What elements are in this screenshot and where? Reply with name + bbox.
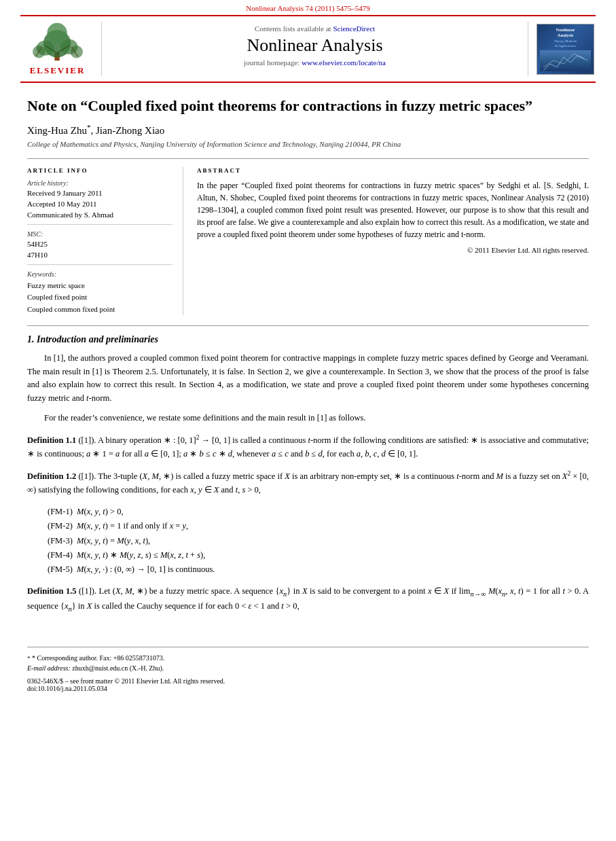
footer-doi: doi:10.1016/j.na.2011.05.034: [27, 685, 589, 692]
received-date: Received 9 January 2011: [27, 189, 173, 197]
history-label: Article history:: [27, 179, 173, 187]
def11-ref: ([1]).: [78, 435, 96, 445]
footnote-corresponding: * Corresponding author. Fax: +86 0255873…: [32, 654, 164, 662]
citation-text: Nonlinear Analysis 74 (2011) 5475–5479: [246, 4, 369, 12]
homepage-url[interactable]: www.elsevier.com/locate/na: [302, 58, 386, 67]
in-section-text: In Section: [248, 367, 283, 376]
author2: Jian-Zhong Xiao: [96, 125, 164, 136]
def12-text: The 3-tuple (X, M, ∗) is called a fuzzy …: [27, 471, 589, 494]
elsevier-logo: ELSEVIER: [20, 22, 102, 76]
fm-conditions: (FM-1) M(x, y, t) > 0, (FM-2) M(x, y, t)…: [48, 505, 589, 577]
star-symbol: *: [27, 655, 31, 662]
fm2: (FM-2) M(x, y, t) = 1 if and only if x =…: [48, 519, 589, 533]
elsevier-brand-text: ELSEVIER: [30, 65, 86, 76]
citation-bar: Nonlinear Analysis 74 (2011) 5475–5479: [0, 0, 616, 15]
email-value: zhuxh@nuist.edu.cn (X.-H. Zhu).: [72, 664, 164, 672]
fm5: (FM-5) M(x, y, ·) : (0, ∞) → [0, 1] is c…: [48, 562, 589, 577]
definition-1-5: Definition 1.5 ([1]). Let (X, M, ∗) be a…: [27, 585, 589, 614]
footer-bottom: 0362-546X/$ – see front matter © 2011 El…: [0, 673, 616, 692]
keywords-list: Fuzzy metric space Coupled fixed point C…: [27, 280, 173, 316]
footer-license: 0362-546X/$ – see front matter © 2011 El…: [27, 677, 589, 685]
fm1: (FM-1) M(x, y, t) > 0,: [48, 505, 589, 519]
journal-header: ELSEVIER Contents lists available at Sci…: [20, 15, 596, 83]
keyword1: Fuzzy metric space: [27, 280, 173, 292]
cover-title: NonlinearAnalysis: [556, 27, 575, 39]
article-title: Note on “Coupled fixed point theorems fo…: [27, 96, 589, 116]
keyword2: Coupled fixed point: [27, 291, 173, 304]
section1-para1: In [1], the authors proved a coupled com…: [27, 352, 589, 405]
cover-image: NonlinearAnalysis Theory, Methods& Appli…: [537, 24, 594, 75]
abstract-title: ABSTRACT: [197, 167, 589, 174]
accepted-date: Accepted 10 May 2011: [27, 200, 173, 208]
def15-ref: ([1]).: [79, 586, 96, 596]
def15-text: Let (X, M, ∗) be a fuzzy metric space. A…: [27, 586, 589, 611]
copyright-line: © 2011 Elsevier Ltd. All rights reserved…: [197, 246, 589, 254]
author1: Xing-Hua Zhu: [27, 125, 87, 136]
section-divider: [27, 325, 589, 326]
two-col-section: ARTICLE INFO Article history: Received 9…: [27, 158, 589, 316]
page-container: Nonlinear Analysis 74 (2011) 5475–5479: [0, 0, 616, 841]
footer-divider: [27, 647, 589, 647]
homepage-prefix: journal homepage:: [244, 58, 302, 67]
footnote-star-line: * * Corresponding author. Fax: +86 02558…: [27, 653, 589, 664]
affiliation: College of Mathematics and Physics, Nanj…: [27, 140, 589, 148]
section1-para2: For the reader’s convenience, we restate…: [27, 412, 589, 425]
msc-label: MSC:: [27, 230, 173, 238]
footnote-email: E-mail address: zhuxh@nuist.edu.cn (X.-H…: [27, 663, 589, 673]
elsevier-tree-icon: [31, 22, 85, 62]
def11-text: A binary operation ∗ : [0, 1]2 → [0, 1] …: [27, 435, 589, 458]
def12-label: Definition 1.2: [27, 471, 76, 481]
abstract-section: ABSTRACT In the paper “Coupled fixed poi…: [197, 167, 589, 316]
keywords-label: Keywords:: [27, 270, 173, 278]
svg-point-9: [33, 46, 45, 58]
fm3: (FM-3) M(x, y, t) = M(y, x, t),: [48, 534, 589, 548]
sciencedirect-line: Contents lists available at ScienceDirec…: [115, 24, 514, 33]
email-label: E-mail address:: [27, 664, 71, 672]
homepage-line: journal homepage: www.elsevier.com/locat…: [115, 58, 514, 67]
journal-center: Contents lists available at ScienceDirec…: [102, 22, 528, 76]
definition-1-1: Definition 1.1 ([1]). A binary operation…: [27, 433, 589, 461]
svg-point-10: [70, 46, 82, 58]
authors: Xing-Hua Zhu*, Jian-Zhong Xiao: [27, 123, 589, 137]
keyword3: Coupled common fixed point: [27, 304, 173, 316]
def11-label: Definition 1.1: [27, 435, 76, 445]
msc1: 54H25: [27, 240, 173, 248]
svg-point-4: [47, 23, 67, 43]
journal-cover: NonlinearAnalysis Theory, Methods& Appli…: [528, 22, 596, 76]
sciencedirect-link[interactable]: ScienceDirect: [333, 24, 375, 33]
article-info-title: ARTICLE INFO: [27, 167, 173, 174]
corresponding-star: *: [87, 123, 91, 131]
def15-label: Definition 1.5: [27, 586, 77, 596]
info-divider-2: [27, 264, 173, 265]
footnote-section: * * Corresponding author. Fax: +86 02558…: [0, 653, 616, 674]
abstract-text: In the paper “Coupled fixed point theore…: [197, 179, 589, 240]
def12-ref: ([1]).: [78, 471, 96, 481]
msc2: 47H10: [27, 251, 173, 259]
info-divider-1: [27, 224, 173, 225]
fm4: (FM-4) M(x, y, t) ∗ M(y, z, s) ≤ M(x, z,…: [48, 548, 589, 562]
section1-heading: 1. Introduction and preliminaries: [27, 334, 589, 345]
cover-subtitle: Theory, Methods& Applications: [554, 39, 577, 48]
journal-title-header: Nonlinear Analysis: [115, 35, 514, 56]
communicated-by: Communicated by S. Ahmad: [27, 211, 173, 219]
article-info: ARTICLE INFO Article history: Received 9…: [27, 167, 183, 316]
main-content: Note on “Coupled fixed point theorems fo…: [0, 83, 616, 637]
sciencedirect-prefix: Contents lists available at: [255, 24, 333, 33]
definition-1-2: Definition 1.2 ([1]). The 3-tuple (X, M,…: [27, 469, 589, 497]
cover-graphic: [540, 50, 591, 71]
